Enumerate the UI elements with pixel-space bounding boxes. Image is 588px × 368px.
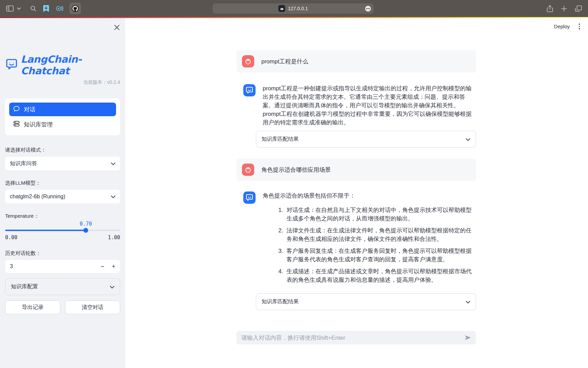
chevron-down-icon	[466, 136, 470, 142]
clear-dialog-button[interactable]: 清空对话	[65, 301, 120, 314]
address-bar[interactable]: 127.0.0.1	[213, 3, 374, 14]
chevron-down-icon	[111, 194, 115, 200]
assistant-message: prompt工程是一种创建提示或指导以生成特定输出的过程，允许用户控制模型的输出…	[236, 84, 476, 127]
increment-button[interactable]: +	[112, 263, 115, 270]
slider-thumb[interactable]	[83, 228, 88, 233]
slider-current-value: 0.70	[80, 221, 92, 227]
clear-dialog-label: 清空对话	[82, 304, 103, 311]
chat-history: prompt工程是什么 prompt工程是一种创建提示或指导以生成特定输出的过程…	[236, 50, 476, 310]
chat-bubble-icon	[13, 106, 20, 113]
slider-max-label: 1.00	[108, 234, 120, 241]
deploy-button[interactable]: Deploy	[554, 24, 570, 29]
site-favicon	[278, 5, 285, 12]
chevron-down-icon[interactable]	[17, 7, 21, 10]
nav-item-dialogue[interactable]: 对话	[9, 103, 116, 116]
kb-match-expander[interactable]: 知识库匹配结果	[256, 293, 476, 310]
chat-input[interactable]: 请输入对话内容，换行请使用Shift+Enter	[236, 331, 476, 344]
app-shell: LangChain-Chatchat 当前版本：v0.2.4 对话	[0, 18, 588, 368]
history-rounds-value: 3	[10, 263, 13, 270]
export-history-button[interactable]: 导出记录	[5, 301, 60, 314]
user-message-text: 角色提示适合哪些应用场景	[261, 166, 331, 174]
nav-item-knowledge-base[interactable]: 知识库管理	[9, 118, 116, 131]
logo-chat-icon	[5, 58, 18, 72]
history-rounds-input[interactable]: 3 − +	[5, 260, 120, 273]
llm-model-value: chatglm2-6b (Running)	[10, 194, 65, 200]
kb-config-expander[interactable]: 知识库配置	[5, 278, 120, 295]
radar-star-icon[interactable]	[56, 5, 63, 12]
sidebar-toggle-icon[interactable]	[6, 5, 14, 12]
database-icon	[13, 121, 20, 128]
slider-fill	[5, 230, 86, 231]
user-message: prompt工程是什么	[236, 50, 476, 73]
tab-overview-icon[interactable]	[575, 5, 582, 12]
nav-menu: 对话 知识库管理	[5, 98, 120, 135]
user-message-text: prompt工程是什么	[261, 58, 308, 65]
user-avatar	[242, 55, 254, 67]
slider-track[interactable]	[5, 230, 120, 231]
assistant-avatar	[243, 191, 256, 204]
logo-text: LangChain-Chatchat	[21, 53, 120, 77]
sidebar: LangChain-Chatchat 当前版本：v0.2.4 对话	[0, 18, 125, 368]
nav-item-label: 对话	[24, 106, 35, 113]
user-avatar	[242, 164, 254, 176]
llm-model-label: 选择LLM模型：	[5, 180, 120, 186]
github-icon	[71, 5, 79, 12]
share-icon[interactable]	[547, 5, 553, 12]
url-text: 127.0.0.1	[288, 6, 308, 11]
dialog-mode-label: 请选择对话模式：	[5, 147, 120, 153]
assistant-avatar	[243, 84, 256, 96]
main-area: Deploy prompt工程是什么	[125, 18, 588, 368]
version-label: 当前版本：v0.2.4	[5, 79, 120, 86]
chevron-down-icon	[111, 160, 115, 167]
sidebar-close-button[interactable]	[112, 23, 121, 32]
slider-min-label: 0.00	[5, 234, 17, 241]
user-message: 角色提示适合哪些应用场景	[236, 158, 476, 181]
export-history-label: 导出记录	[22, 304, 44, 311]
kb-match-expander[interactable]: 知识库匹配结果	[256, 131, 476, 148]
history-rounds-label: 历史对话轮数：	[5, 250, 120, 257]
app-logo: LangChain-Chatchat	[5, 53, 120, 77]
dialog-mode-value: 知识库问答	[10, 160, 37, 167]
temperature-label: Temperature：	[5, 213, 120, 219]
chevron-down-icon	[110, 284, 114, 290]
toolbar-right-group	[547, 0, 582, 17]
new-tab-icon[interactable]	[561, 6, 567, 12]
list-item: 客户服务回复生成：在生成客户服务回复时，角色提示可以帮助模型根据客户服务代表的角…	[285, 247, 476, 264]
list-item: 对话生成：在自然且与上下文相关的对话中，角色提示技术可以帮助模型生成多个角色之间…	[285, 206, 476, 223]
chat-input-placeholder: 请输入对话内容，换行请使用Shift+Enter	[241, 334, 464, 342]
github-tab-button[interactable]	[69, 3, 81, 14]
page-more-icon[interactable]	[365, 6, 371, 12]
bookmark-download-icon[interactable]	[43, 5, 50, 12]
browser-toolbar: 127.0.0.1	[0, 0, 588, 17]
decrement-button[interactable]: −	[101, 263, 104, 270]
assistant-message: 角色提示适合的场景包括但不限于： 对话生成：在自然且与上下文相关的对话中，角色提…	[236, 191, 476, 288]
temperature-slider: 0.70 0.00 1.00	[5, 221, 120, 241]
search-icon[interactable]	[30, 5, 36, 12]
list-item: 法律文件生成：在生成法律文件时，角色提示可以帮助模型根据特定的任务和角色生成相应…	[285, 226, 476, 243]
dialog-mode-select[interactable]: 知识库问答	[5, 157, 120, 170]
kb-match-label: 知识库匹配结果	[262, 136, 299, 143]
kb-match-label: 知识库匹配结果	[262, 298, 299, 305]
send-icon[interactable]	[464, 335, 471, 340]
assistant-message-list: 对话生成：在自然且与上下文相关的对话中，角色提示技术可以帮助模型生成多个角色之间…	[263, 206, 476, 284]
llm-model-select[interactable]: chatglm2-6b (Running)	[5, 190, 120, 203]
main-menu-icon[interactable]	[579, 24, 580, 29]
kb-config-label: 知识库配置	[11, 283, 38, 290]
chevron-down-icon	[466, 299, 470, 305]
list-item: 生成描述：在生成产品描述或文章时，角色提示可以帮助模型根据市场代表的角色生成具有…	[285, 267, 476, 284]
nav-item-label: 知识库管理	[24, 121, 53, 128]
assistant-message-intro: 角色提示适合的场景包括但不限于：	[263, 191, 476, 200]
toolbar-left-group	[6, 0, 81, 17]
assistant-message-text: prompt工程是一种创建提示或指导以生成特定输出的过程，允许用户控制模型的输出…	[263, 84, 476, 127]
